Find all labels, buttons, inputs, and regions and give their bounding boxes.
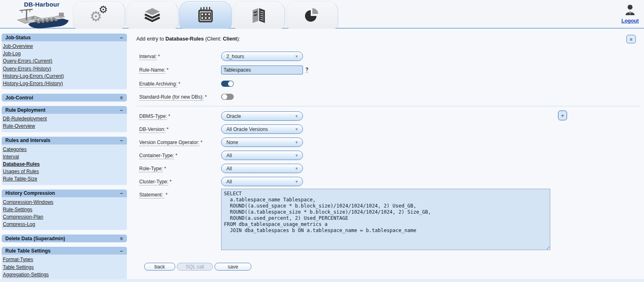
cluster-type-label: Cluster-Type:* xyxy=(139,179,221,185)
enable-archiving-label: Enable Archiving:* xyxy=(139,81,221,87)
title-mid: (Client: xyxy=(204,36,223,42)
collapse-icon[interactable]: – xyxy=(120,138,123,143)
chevron-down-icon: ▼ xyxy=(295,140,298,144)
sidebar-item-aggregation-settings[interactable]: Aggregation-Settings xyxy=(3,271,49,278)
tab-layers[interactable] xyxy=(126,1,179,29)
section-body: Format-Types Table Settings Aggregation-… xyxy=(2,255,127,280)
sidebar-item-interval[interactable]: Interval xyxy=(3,153,19,160)
dbms-type-value: Oracle xyxy=(226,113,241,119)
tab-scheduler[interactable] xyxy=(179,1,232,29)
expand-icon[interactable]: ≡ xyxy=(120,236,123,241)
section-body: Compression-Windows Rule-Settings Compre… xyxy=(2,197,127,230)
save-button[interactable]: save xyxy=(215,263,251,271)
container-type-label: Container-Type:* xyxy=(139,153,221,158)
user-icon xyxy=(625,5,635,15)
pie-chart-icon xyxy=(304,7,320,23)
sidebar-section-job-status: Job-Status – Job-Overview Job-Log Query-… xyxy=(2,34,127,89)
add-dbms-block-button[interactable]: + xyxy=(558,111,567,120)
content-menu-button[interactable]: ≡ xyxy=(626,35,636,43)
back-button[interactable]: back xyxy=(144,263,175,271)
tab-statistics[interactable] xyxy=(286,1,338,29)
role-type-label: Role-Type:* xyxy=(139,166,221,171)
sidebar-item-database-rules[interactable]: Database-Rules xyxy=(3,160,40,168)
section-body: DB-Ruledeployment Rule-Overview xyxy=(2,114,127,132)
logout-link[interactable]: Logout xyxy=(621,18,639,24)
field-row-cluster-type: Cluster-Type:* All ▼ xyxy=(139,177,303,186)
sidebar-item-query-errors-current[interactable]: Query-Errors (Current) xyxy=(3,57,52,65)
calendar-icon xyxy=(197,7,214,24)
container-type-value: All xyxy=(226,153,232,158)
section-title: Job-Status xyxy=(5,35,31,41)
chevron-down-icon: ▼ xyxy=(295,114,298,118)
sidebar-item-rule-settings[interactable]: Rule-Settings xyxy=(3,206,32,213)
gears-icon: ⚙ ⚙ xyxy=(90,6,108,24)
enable-archiving-toggle[interactable] xyxy=(221,81,234,87)
expand-icon[interactable]: ≡ xyxy=(120,95,123,101)
section-title: Rule Table Settings xyxy=(5,248,50,254)
version-compare-operator-label: Version Compare Operator:* xyxy=(139,140,221,145)
role-type-select[interactable]: All ▼ xyxy=(221,164,303,173)
chevron-down-icon: ▼ xyxy=(295,180,298,184)
sidebar-item-rule-table-size[interactable]: Rule Table-Size xyxy=(3,175,37,183)
sidebar-item-db-ruledeployment[interactable]: DB-Ruledeployment xyxy=(3,115,47,122)
section-header-history-compression[interactable]: History Compression – xyxy=(2,190,127,197)
page-title: Add entry to Database-Rules (Client: Cli… xyxy=(136,36,240,42)
title-prefix: Add entry to xyxy=(136,36,165,42)
section-body: Job-Overview Job-Log Query-Errors (Curre… xyxy=(2,41,127,89)
plus-icon: + xyxy=(561,113,564,119)
section-header-rules-and-intervals[interactable]: Rules and Intervals – xyxy=(2,137,127,144)
sidebar-item-job-overview[interactable]: Job-Overview xyxy=(3,43,33,50)
cluster-type-value: All xyxy=(226,179,232,185)
section-header-delete-data[interactable]: Delete Data (Superadmin) ≡ xyxy=(2,235,127,242)
help-icon[interactable]: ? xyxy=(305,67,308,73)
db-version-select[interactable]: All Oracle Versions ▼ xyxy=(221,124,303,134)
sql-call-button[interactable]: SQL call xyxy=(177,263,213,271)
collapse-icon[interactable]: – xyxy=(120,248,123,254)
field-row-role-type: Role-Type:* All ▼ xyxy=(139,164,303,173)
field-row-dbms-type: DBMS-Type:* Oracle ▼ xyxy=(139,111,303,121)
statement-textarea[interactable]: SELECT a.tablespace_name Tablespace, ROU… xyxy=(221,189,550,250)
sidebar-item-usages-of-rules[interactable]: Usages of Rules xyxy=(3,168,39,175)
sidebar-item-history-log-errors-history[interactable]: History-Log-Errors (History) xyxy=(3,80,63,87)
rule-name-input[interactable] xyxy=(221,65,303,74)
sidebar-item-compress-log[interactable]: Compress-Log xyxy=(3,221,35,228)
sidebar-item-table-settings[interactable]: Table Settings xyxy=(3,264,34,271)
section-header-job-control[interactable]: Job-Control ≡ xyxy=(2,94,127,102)
sidebar-section-rules-and-intervals: Rules and Intervals – Categories Interva… xyxy=(2,137,127,185)
container-type-select[interactable]: All ▼ xyxy=(221,151,303,160)
cluster-type-select[interactable]: All ▼ xyxy=(221,177,303,186)
sidebar-item-history-log-errors-current[interactable]: History-Log-Errors (Current) xyxy=(3,72,64,80)
field-row-db-version: DB-Version:* All Oracle Versions ▼ xyxy=(139,124,303,134)
section-title: History Compression xyxy=(5,190,55,196)
interval-select[interactable]: 2_hours ▼ xyxy=(221,52,303,61)
field-row-interval: Interval:* 2_hours ▼ xyxy=(139,52,303,61)
tab-settings[interactable]: ⚙ ⚙ xyxy=(73,1,125,29)
tab-ledger[interactable] xyxy=(233,1,285,29)
standard-rule-toggle[interactable] xyxy=(221,94,234,100)
sidebar-item-rule-overview[interactable]: Rule-Overview xyxy=(3,122,35,130)
chevron-down-icon: ▼ xyxy=(295,153,298,158)
section-header-job-status[interactable]: Job-Status – xyxy=(2,34,127,41)
section-header-rule-table-settings[interactable]: Rule Table Settings – xyxy=(2,247,127,255)
ledger-icon xyxy=(251,7,266,23)
title-entity: Database-Rules xyxy=(165,36,204,42)
sidebar: Job-Status – Job-Overview Job-Log Query-… xyxy=(2,34,127,282)
statement-editor-wrap: SELECT a.tablespace_name Tablespace, ROU… xyxy=(221,189,550,250)
sidebar-item-categories[interactable]: Categories xyxy=(3,146,27,153)
sidebar-item-compression-plan[interactable]: Compression-Plan xyxy=(3,213,43,221)
collapse-icon[interactable]: – xyxy=(120,35,123,41)
sidebar-item-job-log[interactable]: Job-Log xyxy=(3,50,20,57)
hamburger-icon: ≡ xyxy=(630,37,632,42)
sidebar-item-compression-windows[interactable]: Compression-Windows xyxy=(3,199,53,206)
collapse-icon[interactable]: – xyxy=(120,190,123,196)
collapse-icon[interactable]: – xyxy=(120,107,123,113)
dbms-type-select[interactable]: Oracle ▼ xyxy=(221,111,303,121)
app-header: DB-Harbour xyxy=(0,0,644,29)
sidebar-item-query-errors-history[interactable]: Query-Errors (History) xyxy=(3,65,51,72)
sidebar-section-job-control: Job-Control ≡ xyxy=(2,94,127,102)
version-compare-operator-select[interactable]: None ▼ xyxy=(221,138,303,147)
field-row-rule-name: Rule-Name:* ? xyxy=(139,65,308,74)
sidebar-item-format-types[interactable]: Format-Types xyxy=(3,256,33,263)
section-header-rule-deployment[interactable]: Rule Deployment – xyxy=(2,106,127,114)
app-logo: DB-Harbour xyxy=(11,0,72,28)
